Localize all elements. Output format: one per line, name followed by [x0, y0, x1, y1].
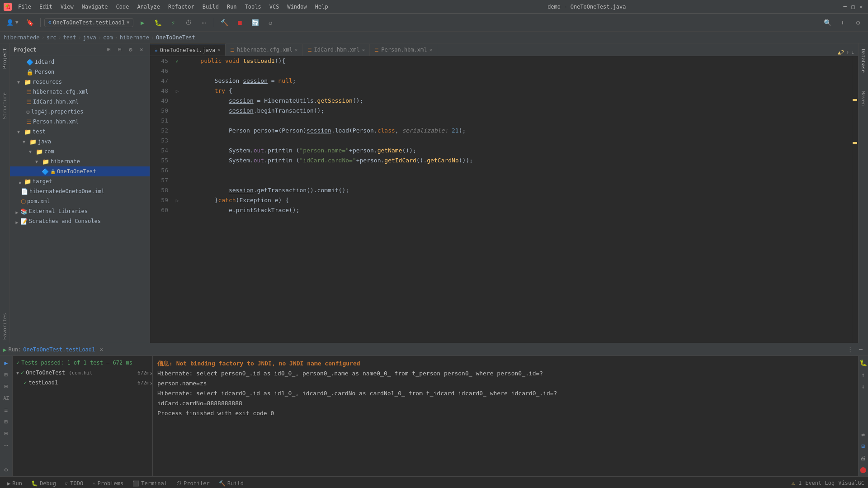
bottom-tab-debug[interactable]: 🐛 Debug [28, 477, 60, 488]
tree-item-pom[interactable]: ⬡ pom.xml [10, 196, 150, 206]
coverage-button[interactable]: ⚡ [167, 16, 179, 29]
menu-refactor[interactable]: Refactor [165, 3, 198, 11]
expand-run-button[interactable]: ⊞ [1, 417, 11, 426]
tree-item-com[interactable]: ▼ 📁 com [10, 147, 150, 156]
tab-onetoonetest[interactable]: ☕ OneToOneTest.java ✕ [150, 44, 226, 56]
update-project-button[interactable]: ⬆ [836, 16, 849, 29]
tab-person-hbm[interactable]: ☰ Person.hbm.xml ✕ [370, 44, 437, 56]
test-group-onetoonetest[interactable]: ▼ ✓ OneToOneTest (com.hit 672ms [13, 368, 152, 378]
stop-button[interactable]: ⏹ [233, 16, 246, 29]
run-panel-bug-icon[interactable]: 🐛 [859, 358, 868, 368]
run-panel-red-dot[interactable]: ⬤ [859, 464, 868, 474]
menu-view[interactable]: View [57, 3, 77, 11]
sidebar-tab-structure[interactable]: Structure [1, 90, 9, 122]
maximize-button[interactable]: □ [850, 4, 856, 10]
run-panel-down-button[interactable]: ↓ [859, 381, 868, 391]
sort-button[interactable]: ≡ [1, 405, 11, 415]
run-rerun-button[interactable]: ⊞ [1, 370, 11, 379]
breadcrumb-hibernatede[interactable]: hibernatede [4, 34, 39, 41]
tree-item-scratches[interactable]: ▼ 📝 Scratches and Consoles [10, 216, 150, 226]
tree-item-test[interactable]: ▼ 📁 test [10, 127, 150, 137]
menu-help[interactable]: Help [311, 3, 332, 11]
menu-navigate[interactable]: Navigate [78, 3, 112, 11]
reload-button[interactable]: ↺ [264, 16, 277, 29]
close-button[interactable]: ✕ [858, 4, 864, 10]
build-button[interactable]: 🔨 [218, 16, 231, 29]
search-everywhere-button[interactable]: 🔍 [821, 16, 834, 29]
sidebar-tab-favorites[interactable]: Favorites [1, 310, 9, 343]
test-leaf-testload1[interactable]: ✓ testLoad1 672ms [13, 378, 152, 388]
tab-close-icon[interactable]: ✕ [429, 47, 432, 53]
sidebar-tab-database[interactable]: Database [859, 45, 867, 76]
tree-item-person[interactable]: 🔒 Person [10, 67, 150, 77]
tab-close-icon[interactable]: ✕ [295, 47, 298, 53]
bottom-tab-build[interactable]: 🔨 Build [215, 477, 247, 488]
run-play-button[interactable]: ▶ [1, 358, 11, 368]
run-panel-print-icon[interactable]: 🖨 [859, 453, 868, 463]
menu-analyze[interactable]: Analyze [133, 3, 164, 11]
tab-close-icon[interactable]: ✕ [362, 47, 365, 53]
update-button[interactable]: 🔄 [249, 16, 261, 29]
breadcrumb-java[interactable]: java [83, 34, 96, 41]
account-button[interactable]: 👤 ▼ [4, 16, 21, 29]
bottom-tab-profiler[interactable]: ⏱ Profiler [173, 477, 213, 488]
run-settings-btn[interactable]: ⚙ [1, 464, 11, 474]
settings-button[interactable]: ⚙ [852, 16, 864, 29]
profile-button[interactable]: ⏱ [182, 16, 195, 29]
editor-content[interactable]: 45 46 47 48 49 50 51 52 53 54 55 56 57 5… [150, 56, 858, 343]
minimize-button[interactable]: ─ [842, 4, 848, 10]
tree-item-hibernate-cfg[interactable]: ☰ hibernate.cfg.xml [10, 87, 150, 97]
tree-item-external-libs[interactable]: ▼ 📚 External Libraries [10, 206, 150, 216]
sort-az-button[interactable]: AZ [1, 393, 11, 403]
tab-hibernate-cfg[interactable]: ☰ hibernate.cfg.xml ✕ [226, 44, 302, 56]
breadcrumb-src[interactable]: src [47, 34, 57, 41]
tree-item-target[interactable]: ▼ 📁 target [10, 176, 150, 186]
run-panel-plugin-icon[interactable]: ⊞ [859, 441, 868, 451]
collapse-all-icon[interactable]: ⊟ [115, 45, 124, 54]
sidebar-tab-project[interactable]: Project [1, 45, 9, 71]
tree-item-idcard[interactable]: 🔷 IdCard [10, 57, 150, 67]
warning-down-button[interactable]: ↓ [851, 49, 854, 56]
more-run-button[interactable]: ⋯ [198, 16, 210, 29]
expand-all-icon[interactable]: ⊞ [104, 45, 113, 54]
tree-item-resources[interactable]: ▼ 📁 resources [10, 77, 150, 87]
run-more-button[interactable]: ⋯ [1, 440, 11, 450]
tree-item-log4j[interactable]: ⚙ log4j.properties [10, 107, 150, 117]
bookmark-button[interactable]: 🔖 [24, 16, 37, 29]
close-panel-icon[interactable]: ✕ [137, 45, 146, 54]
menu-edit[interactable]: Edit [36, 3, 56, 11]
bottom-tab-run[interactable]: ▶ Run [4, 477, 26, 488]
tab-close-icon[interactable]: ✕ [217, 47, 221, 53]
close-run-tab-icon[interactable]: ✕ [97, 345, 106, 354]
menu-vcs[interactable]: VCS [266, 3, 283, 11]
breadcrumb-hibernate[interactable]: hibernate [120, 34, 149, 41]
tree-item-onetoonetest[interactable]: 🔷 🔒 OneToOneTest [10, 166, 150, 176]
tree-item-idcard-hbm[interactable]: ☰ IdCard.hbm.xml [10, 97, 150, 107]
bottom-tab-terminal[interactable]: ⬛ Terminal [129, 477, 171, 488]
tab-idcard-hbm[interactable]: ☰ IdCard.hbm.xml ✕ [303, 44, 370, 56]
visual-gc-link[interactable]: VisualGC [838, 480, 864, 486]
event-log-link[interactable]: Event Log [805, 480, 835, 486]
tree-item-java[interactable]: ▼ 📁 java [10, 137, 150, 147]
bottom-tab-todo[interactable]: ☑ TODO [61, 477, 87, 488]
menu-build[interactable]: Build [199, 3, 222, 11]
menu-run[interactable]: Run [223, 3, 241, 11]
debug-button[interactable]: 🐛 [151, 16, 164, 29]
tree-item-hibernate-pkg[interactable]: ▼ 📁 hibernate [10, 156, 150, 166]
run-panel-wrap-button[interactable]: ⇌ [859, 429, 868, 439]
settings-gear-icon[interactable]: ⚙ [126, 45, 135, 54]
tree-item-person-hbm[interactable]: ☰ Person.hbm.xml [10, 117, 150, 127]
run-panel-more-icon[interactable]: ⋮ [845, 345, 854, 354]
breadcrumb-test[interactable]: test [63, 34, 76, 41]
menu-file[interactable]: File [14, 3, 35, 11]
menu-tools[interactable]: Tools [241, 3, 265, 11]
menu-code[interactable]: Code [113, 3, 133, 11]
collapse-run-button[interactable]: ⊟ [1, 428, 11, 438]
sidebar-tab-maven[interactable]: Maven [859, 87, 867, 109]
menu-window[interactable]: Window [283, 3, 310, 11]
tree-item-iml[interactable]: 📄 hibernatedeOnetoOne.iml [10, 186, 150, 196]
run-button[interactable]: ▶ [136, 16, 149, 29]
bottom-tab-problems[interactable]: ⚠ Problems [89, 477, 127, 488]
run-stop-button[interactable]: ⊟ [1, 381, 11, 391]
breadcrumb-com[interactable]: com [103, 34, 113, 41]
